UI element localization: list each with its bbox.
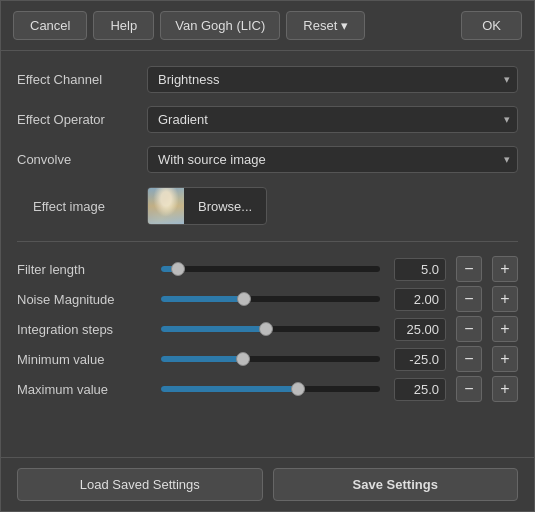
slider-fill-3 (161, 356, 243, 362)
slider-track-1[interactable] (161, 296, 380, 302)
slider-thumb-4[interactable] (291, 382, 305, 396)
reset-label: Reset (303, 18, 337, 33)
convolve-select[interactable]: With source image With white noise Const… (147, 146, 518, 173)
slider-value-0[interactable] (394, 258, 446, 281)
effect-image-label: Effect image (33, 199, 147, 214)
slider-track-4[interactable] (161, 386, 380, 392)
effect-channel-label: Effect Channel (17, 72, 147, 87)
slider-row-3: Minimum value − + (17, 344, 518, 374)
effect-operator-row: Effect Operator Gradient Laplacian Hessi… (17, 103, 518, 135)
convolve-select-wrap: With source image With white noise Const… (147, 146, 518, 173)
slider-decrement-1[interactable]: − (456, 286, 482, 312)
effect-image-browse[interactable]: Browse... (147, 187, 267, 225)
slider-value-1[interactable] (394, 288, 446, 311)
title-button[interactable]: Van Gogh (LIC) (160, 11, 280, 40)
slider-row-0: Filter length − + (17, 254, 518, 284)
slider-decrement-3[interactable]: − (456, 346, 482, 372)
slider-increment-0[interactable]: + (492, 256, 518, 282)
slider-increment-3[interactable]: + (492, 346, 518, 372)
slider-increment-4[interactable]: + (492, 376, 518, 402)
slider-thumb-1[interactable] (237, 292, 251, 306)
slider-value-2[interactable] (394, 318, 446, 341)
reset-arrow-icon: ▾ (341, 18, 348, 33)
footer: Load Saved Settings Save Settings (1, 457, 534, 511)
slider-label-1: Noise Magnitude (17, 292, 147, 307)
content: Effect Channel Brightness Hue Saturation… (1, 51, 534, 457)
slider-fill-2 (161, 326, 266, 332)
help-button[interactable]: Help (93, 11, 154, 40)
save-settings-button[interactable]: Save Settings (273, 468, 519, 501)
slider-thumb-2[interactable] (259, 322, 273, 336)
toolbar: Cancel Help Van Gogh (LIC) Reset ▾ OK (1, 1, 534, 51)
slider-label-2: Integration steps (17, 322, 147, 337)
reset-button[interactable]: Reset ▾ (286, 11, 365, 40)
slider-row-1: Noise Magnitude − + (17, 284, 518, 314)
convolve-row: Convolve With source image With white no… (17, 143, 518, 175)
slider-fill-4 (161, 386, 298, 392)
divider-1 (17, 241, 518, 242)
slider-increment-1[interactable]: + (492, 286, 518, 312)
ok-button[interactable]: OK (461, 11, 522, 40)
effect-image-thumbnail (148, 188, 184, 224)
slider-row-2: Integration steps − + (17, 314, 518, 344)
browse-button[interactable]: Browse... (184, 193, 266, 220)
effect-channel-select[interactable]: Brightness Hue Saturation Luminosity (147, 66, 518, 93)
slider-track-2[interactable] (161, 326, 380, 332)
slider-value-4[interactable] (394, 378, 446, 401)
cancel-button[interactable]: Cancel (13, 11, 87, 40)
effect-operator-select-wrap: Gradient Laplacian Hessian ▾ (147, 106, 518, 133)
dialog: Cancel Help Van Gogh (LIC) Reset ▾ OK Ef… (0, 0, 535, 512)
slider-track-3[interactable] (161, 356, 380, 362)
effect-channel-row: Effect Channel Brightness Hue Saturation… (17, 63, 518, 95)
slider-value-3[interactable] (394, 348, 446, 371)
effect-operator-label: Effect Operator (17, 112, 147, 127)
sliders-container: Filter length − + Noise Magnitude − + In… (17, 254, 518, 404)
convolve-label: Convolve (17, 152, 147, 167)
slider-fill-1 (161, 296, 244, 302)
slider-track-0[interactable] (161, 266, 380, 272)
slider-row-4: Maximum value − + (17, 374, 518, 404)
slider-thumb-0[interactable] (171, 262, 185, 276)
load-settings-button[interactable]: Load Saved Settings (17, 468, 263, 501)
slider-increment-2[interactable]: + (492, 316, 518, 342)
effect-channel-select-wrap: Brightness Hue Saturation Luminosity ▾ (147, 66, 518, 93)
slider-decrement-4[interactable]: − (456, 376, 482, 402)
slider-label-4: Maximum value (17, 382, 147, 397)
slider-label-3: Minimum value (17, 352, 147, 367)
slider-decrement-0[interactable]: − (456, 256, 482, 282)
slider-decrement-2[interactable]: − (456, 316, 482, 342)
effect-image-row: Effect image Browse... (17, 183, 518, 229)
slider-label-0: Filter length (17, 262, 147, 277)
effect-operator-select[interactable]: Gradient Laplacian Hessian (147, 106, 518, 133)
slider-thumb-3[interactable] (236, 352, 250, 366)
